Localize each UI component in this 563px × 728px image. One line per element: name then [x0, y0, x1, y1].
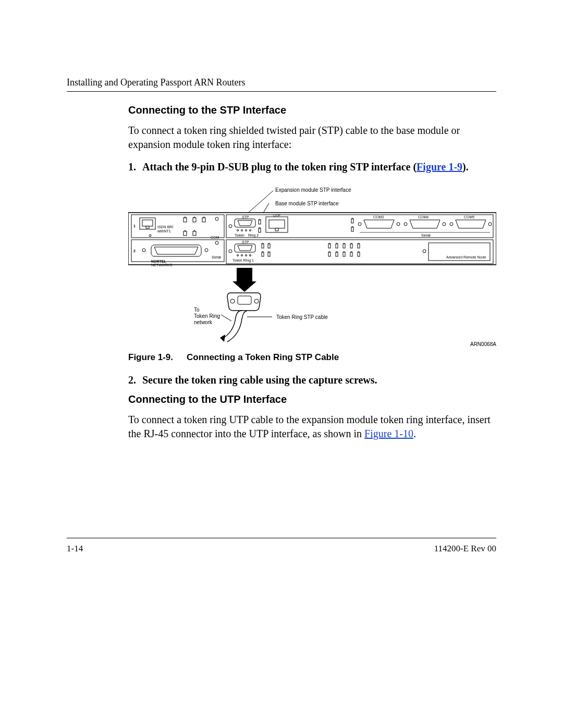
stp-top-label: STP: [242, 215, 249, 219]
svg-rect-7: [146, 226, 149, 228]
para-utp-post: .: [413, 428, 416, 439]
utp-label: UTP: [273, 214, 280, 217]
svg-marker-63: [232, 268, 256, 292]
footer-rule: [67, 538, 496, 538]
page-number: 1-14: [67, 544, 83, 554]
doc-id: 114200-E Rev 00: [434, 544, 496, 554]
figure-1-10-link[interactable]: Figure 1-10: [364, 428, 413, 439]
figure-1-9-link[interactable]: Figure 1-9: [417, 161, 462, 172]
step-2-number: 2.: [128, 374, 136, 386]
para-utp-pre: To connect a token ring UTP cable to the…: [128, 414, 491, 439]
slot-1: 1: [133, 224, 136, 228]
step-1: 1. Attach the 9-pin D-SUB plug to the to…: [128, 161, 496, 173]
svg-marker-67: [220, 335, 225, 342]
step-1-post: ).: [462, 161, 469, 172]
step-1-text: Attach the 9-pin D-SUB plug to the token…: [142, 161, 496, 173]
svg-rect-30: [275, 228, 278, 231]
slot-2: 2: [133, 249, 136, 253]
com-label: COM: [211, 236, 219, 239]
com4-label: COM4: [418, 215, 429, 219]
figure-1-9: Expansion module STP interface Base modu…: [128, 180, 496, 347]
serial-small-label: Serial: [212, 255, 221, 259]
svg-rect-66: [238, 296, 251, 304]
base-label: Base module STP interface: [275, 201, 339, 206]
tr1-label: Token Ring 1: [232, 258, 254, 263]
svg-point-65: [254, 299, 259, 303]
to-tr-3: network: [194, 319, 213, 325]
to-tr-2: Token Ring: [194, 313, 220, 319]
expansion-label: Expansion module STP interface: [275, 187, 351, 193]
step-2-text: Secure the token ring cable using the ca…: [142, 374, 496, 386]
com3-label: COM3: [373, 215, 384, 219]
heading-stp: Connecting to the STP Interface: [128, 104, 496, 116]
step-2: 2. Secure the token ring cable using the…: [128, 374, 496, 386]
stp-bottom-label: STP: [242, 240, 249, 244]
heading-utp: Connecting to the UTP Interface: [128, 393, 496, 405]
nortel-1: NORTEL: [151, 260, 167, 263]
step-1-number: 1.: [128, 161, 136, 173]
svg-rect-29: [269, 220, 285, 228]
step-1-pre: Attach the 9-pin D-SUB plug to the token…: [142, 161, 417, 172]
svg-point-64: [230, 299, 235, 303]
serial-label: Serial: [421, 233, 431, 237]
figure-caption-num: Figure 1-9.: [128, 352, 173, 363]
to-tr-1: To: [194, 307, 200, 313]
nortel-2: NETWORKS: [151, 263, 173, 267]
isdn-label: ISDN BRI: [157, 225, 173, 229]
com5-label: COM5: [464, 215, 474, 219]
tr2-a: Token: [235, 233, 244, 237]
svg-rect-6: [142, 220, 153, 226]
header-rule: [67, 91, 496, 92]
para-utp: To connect a token ring UTP cable to the…: [128, 413, 496, 441]
tr2-b: Ring 2: [248, 233, 259, 238]
svg-line-70: [221, 315, 231, 321]
intro-stp: To connect a token ring shielded twisted…: [128, 124, 496, 152]
running-header: Installing and Operating Passport ARN Ro…: [67, 77, 496, 88]
figure-art-id: ARN0068A: [470, 341, 496, 347]
withnt1-label: withNT1: [157, 229, 171, 233]
figure-caption-text: Connecting a Token Ring STP Cable: [187, 352, 339, 363]
cable-label: Token Ring STP cable: [276, 314, 328, 320]
arn-label: Advanced Remote Node: [446, 255, 486, 259]
figure-caption: Figure 1-9. Connecting a Token Ring STP …: [128, 352, 496, 363]
